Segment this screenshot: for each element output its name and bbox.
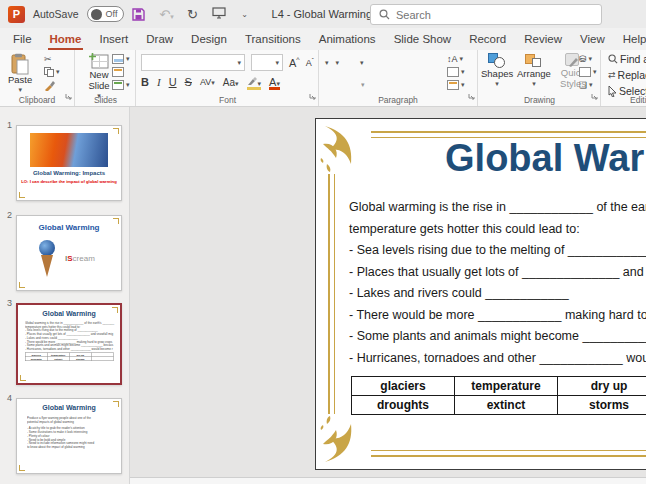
tab-review[interactable]: Review	[515, 28, 571, 50]
font-color-button[interactable]: A▾	[269, 76, 280, 88]
powerpoint-app-icon[interactable]: P	[8, 6, 25, 23]
bullets-button[interactable]: ▾	[325, 55, 329, 67]
table-cell[interactable]: glaciers	[352, 377, 455, 396]
underline-button[interactable]: U	[169, 76, 177, 88]
table-cell[interactable]: storms	[558, 396, 646, 415]
replace-icon: ⇄	[608, 70, 616, 80]
layout-icon	[112, 54, 124, 64]
character-spacing-button[interactable]: AV▾	[200, 77, 215, 87]
font-group-label: Font	[137, 95, 318, 105]
table-cell[interactable]: temperature	[455, 377, 558, 396]
copy-button[interactable]: ▾	[44, 67, 60, 77]
gold-flourish-bottom-left-icon	[319, 414, 371, 466]
clipboard-dialog-launcher[interactable]	[65, 86, 72, 104]
reset-slide-button[interactable]	[112, 67, 130, 77]
align-text-icon	[447, 67, 459, 77]
table-cell[interactable]: extinct	[455, 396, 558, 415]
paragraph-group-label: Paragraph	[319, 95, 477, 105]
start-slideshow-button[interactable]	[210, 7, 228, 22]
autosave-toggle[interactable]: Off	[87, 6, 124, 22]
save-icon	[132, 8, 145, 21]
shape-outline-button[interactable]: ▾	[579, 67, 597, 77]
change-case-button[interactable]: Aa▾	[223, 77, 239, 88]
tab-help[interactable]: Help	[614, 28, 646, 50]
group-slides: New Slide ▾ ▾ ▾ Slides	[76, 50, 136, 106]
body-line: - There would be more ____________ makin…	[349, 305, 646, 327]
shapes-icon	[488, 53, 506, 69]
table-cell[interactable]: dry up	[558, 377, 646, 396]
numbering-button[interactable]: ▾	[336, 55, 340, 67]
tab-design[interactable]: Design	[182, 28, 236, 50]
replace-button[interactable]: ⇄ Replace	[608, 69, 646, 81]
tab-insert[interactable]: Insert	[90, 28, 137, 50]
tab-view[interactable]: View	[571, 28, 614, 50]
slide-2-brand-text: IScream	[65, 254, 95, 263]
section-button[interactable]: ▾	[112, 80, 130, 90]
decrease-font-button[interactable]: Aˇ	[306, 57, 314, 68]
increase-font-button[interactable]: A^	[289, 56, 300, 69]
autosave-state: Off	[106, 9, 118, 19]
save-button[interactable]	[132, 8, 150, 21]
powerpoint-window: P AutoSave Off ↶▾ ↻ ⌄ L4 - Global Warmin…	[0, 0, 646, 484]
group-editing: Find an ⇄ Replace Select▾ Editi	[602, 50, 646, 106]
body-line: Global warming is the rise in __________…	[349, 197, 646, 219]
shape-fill-button[interactable]: ⛁▾	[579, 54, 597, 64]
tab-draw[interactable]: Draw	[137, 28, 182, 50]
tab-slide-show[interactable]: Slide Show	[385, 28, 461, 50]
body-line: - Some plants and animals might become _…	[349, 326, 646, 348]
body-line: - Places that usually get lots of ______…	[349, 262, 646, 284]
slide-3-number: 3	[7, 298, 12, 308]
tab-animations[interactable]: Animations	[310, 28, 385, 50]
ribbon-tab-row: File Home Insert Draw Design Transitions…	[0, 28, 646, 50]
text-direction-button[interactable]: ↕A▾	[447, 54, 465, 64]
convert-smartart-button[interactable]: ▾	[447, 80, 465, 90]
slide-3-thumbnail[interactable]: Global Warming Global warming is the ris…	[16, 303, 122, 385]
word-bank-table[interactable]: glaciers temperature dry up droughts ext…	[351, 376, 646, 415]
strikethrough-button[interactable]: S	[185, 76, 192, 88]
drawing-dialog-launcher[interactable]	[591, 86, 598, 104]
italic-button[interactable]: I	[157, 76, 161, 88]
current-slide[interactable]: Global Warming Global warming is the ris…	[315, 118, 646, 470]
format-painter-button[interactable]	[44, 80, 60, 91]
align-text-button[interactable]: ▾	[447, 67, 465, 77]
tab-home[interactable]: Home	[41, 28, 91, 50]
find-icon	[608, 54, 618, 64]
bold-button[interactable]: B	[141, 76, 149, 88]
search-box[interactable]	[370, 4, 602, 25]
reset-icon	[112, 67, 124, 77]
slide-1-thumbnail[interactable]: Global Warming: Impacts LO: I can descri…	[16, 125, 122, 201]
columns-button[interactable]: ▾	[361, 77, 365, 89]
cut-button[interactable]: ✂	[44, 54, 60, 64]
paragraph-dialog-launcher[interactable]	[468, 86, 475, 104]
undo-button[interactable]: ↶▾	[158, 7, 176, 22]
shape-fill-icon: ⛁	[579, 54, 587, 64]
font-dialog-launcher[interactable]	[309, 86, 316, 104]
customize-qat-button[interactable]: ⌄	[236, 10, 254, 19]
gold-corner-icon	[19, 282, 25, 288]
ribbon: Paste ▾ ✂ ▾ Clipboard	[0, 50, 646, 107]
font-name-combo[interactable]: ▾	[141, 54, 245, 71]
paste-button[interactable]: Paste ▾	[8, 53, 32, 94]
shape-effects-icon: ❏	[579, 80, 587, 90]
table-cell[interactable]: droughts	[352, 396, 455, 415]
slide-body-text[interactable]: Global warming is the rise in __________…	[349, 197, 646, 369]
slide-layout-button[interactable]: ▾	[112, 54, 130, 64]
slide-title-text[interactable]: Global Warming	[316, 137, 646, 180]
shapes-button[interactable]: Shapes ▾	[481, 53, 513, 88]
group-drawing: Shapes ▾ Arrange ▾ Quick Styles ⛁▾	[479, 50, 601, 106]
tab-record[interactable]: Record	[460, 28, 515, 50]
font-size-combo[interactable]: ▾	[251, 54, 283, 71]
redo-button[interactable]: ↻	[184, 7, 202, 22]
slide-4-thumbnail[interactable]: Global Warming Produce a flyer warning p…	[16, 398, 122, 474]
find-button[interactable]: Find an	[608, 53, 646, 65]
table-row: glaciers temperature dry up	[352, 377, 646, 396]
tab-transitions[interactable]: Transitions	[236, 28, 310, 50]
slide-1-lo-text: LO: I can describe the impact of global …	[17, 179, 121, 184]
line-spacing-button[interactable]: ▾	[360, 55, 364, 67]
slide-2-thumbnail[interactable]: Global Warming IScream	[16, 215, 122, 291]
arrange-button[interactable]: Arrange ▾	[517, 53, 551, 88]
highlight-color-button[interactable]: ▾	[247, 76, 262, 88]
search-input[interactable]	[396, 9, 576, 21]
smartart-icon	[447, 80, 459, 90]
tab-file[interactable]: File	[4, 28, 41, 50]
